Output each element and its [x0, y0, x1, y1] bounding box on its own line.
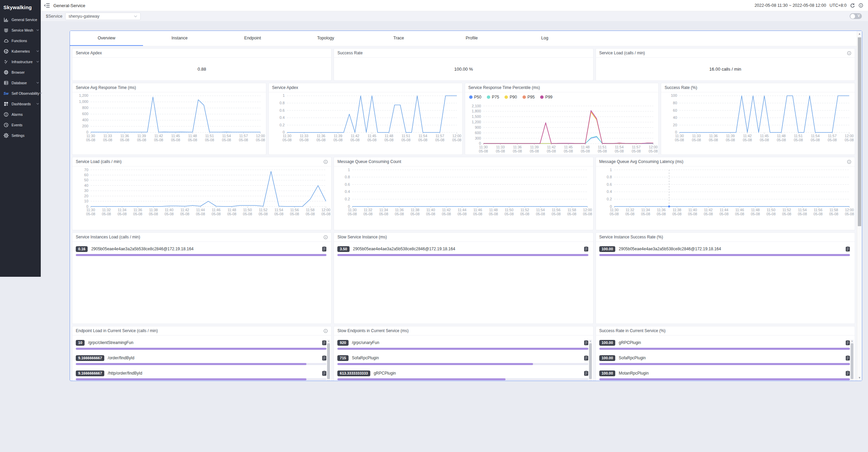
scroll-up-arrow[interactable]: ▲ [857, 32, 862, 35]
sidebar-item-service-mesh[interactable]: Service Mesh [0, 25, 41, 35]
list-item[interactable]: 100.00SofaRpcPlugin [599, 354, 850, 365]
legend-item-p75[interactable]: P75 [487, 95, 499, 100]
copy-icon[interactable] [322, 340, 326, 345]
list-item[interactable]: 9.1666666667/http/order/findById [76, 369, 326, 380]
copy-icon[interactable] [584, 370, 588, 376]
copy-icon[interactable] [846, 340, 850, 345]
copy-icon[interactable] [322, 370, 326, 376]
sidebar-item-self-observability[interactable]: SwSelf Observability [0, 88, 41, 98]
scrollbar-thumb[interactable] [589, 343, 592, 379]
list-item[interactable]: 3.502905b05eae4e4ae3a2a5b538ce8c2846@172… [337, 245, 588, 256]
tab-endpoint[interactable]: Endpoint [216, 31, 289, 46]
list-item[interactable]: 100.002905b05eae4e4ae3a2a5b538ce8c2846@1… [599, 245, 850, 256]
endpoint-load-current-service-list: 10/grpc/clientStreamingFun9.1666666667/o… [72, 336, 331, 380]
list-item[interactable]: 0.162905b05eae4e4ae3a2a5b538ce8c2846@172… [76, 245, 326, 256]
list-item[interactable]: 9.1666666667/order/findById [76, 354, 326, 365]
sidebar-item-settings[interactable]: Settings [0, 130, 41, 141]
scrollbar-thumb[interactable] [858, 37, 861, 226]
card-header: Success Rate (%) [661, 83, 855, 92]
sidebar-item-events[interactable]: Events [0, 120, 41, 130]
card-title: Service Apdex [76, 51, 102, 55]
list-item[interactable]: 613.3333333333gRPCPlugin [337, 369, 588, 380]
sidebar-item-infrastructure[interactable]: Infrastructure [0, 56, 41, 67]
legend-item-p90[interactable]: P90 [504, 95, 517, 100]
svg-text:05-08: 05-08 [171, 138, 180, 142]
info-icon[interactable] [847, 51, 851, 55]
sidebar-item-database[interactable]: Database [0, 77, 41, 88]
info-icon[interactable] [858, 3, 863, 8]
card-body: 02040608010011:3005-0811:3305-0811:3605-… [661, 92, 855, 155]
sidebar-item-kubernetes[interactable]: Kubernetes [0, 46, 41, 56]
scroll-up-arrow[interactable]: ▲ [589, 340, 592, 342]
panel-scrollbar[interactable]: ▲ ▼ [857, 31, 862, 381]
refresh-icon[interactable] [850, 3, 855, 8]
tab-topology[interactable]: Topology [289, 31, 362, 46]
tab-instance[interactable]: Instance [143, 31, 216, 46]
sidebar-item-dashboards[interactable]: Dashboards [0, 98, 41, 109]
service-select[interactable]: shenyu-gateway [65, 13, 141, 20]
info-icon[interactable] [323, 329, 328, 333]
copy-icon[interactable] [846, 355, 850, 361]
service-response-time-percentile[interactable]: 03006009001,2001,5001,8002,10011:3005-08… [465, 103, 659, 155]
info-icon[interactable] [847, 160, 851, 164]
info-icon[interactable] [323, 235, 328, 239]
info-icon[interactable] [323, 160, 328, 164]
list-item[interactable]: 100.00MotanRpcPlugin [599, 369, 850, 380]
tab-log[interactable]: Log [508, 31, 581, 46]
edit-toggle[interactable]: V [850, 13, 862, 19]
copy-icon[interactable] [584, 340, 588, 345]
copy-icon[interactable] [584, 355, 588, 361]
svg-text:11:45: 11:45 [760, 134, 769, 138]
scroll-up-arrow[interactable]: ▲ [327, 340, 330, 342]
copy-icon[interactable] [846, 370, 850, 376]
service-load-chart[interactable]: 01020304050607011:3005-0811:3205-0811:34… [72, 166, 331, 217]
copy-icon[interactable] [846, 246, 850, 252]
svg-text:300: 300 [475, 136, 481, 140]
copy-icon[interactable] [322, 246, 326, 252]
service-apdex-chart[interactable]: 00.20.40.60.8111:3005-0811:3305-0811:360… [269, 92, 462, 143]
sidebar-collapse-icon[interactable] [44, 3, 50, 8]
copy-icon[interactable] [322, 355, 326, 361]
scroll-down-arrow[interactable]: ▼ [857, 376, 862, 379]
legend-item-p99[interactable]: P99 [540, 95, 552, 100]
svg-text:05-08: 05-08 [811, 138, 820, 142]
list-scrollbar[interactable]: ▲▼ [850, 340, 854, 381]
mq-consuming-count[interactable]: 00.20.40.60.8111:3005-0811:3205-0811:340… [334, 166, 593, 217]
svg-text:11:57: 11:57 [436, 134, 444, 138]
sidebar-item-label: Self Observability [12, 91, 39, 95]
list-item[interactable]: 715SofaRpcPlugin [337, 354, 588, 365]
legend-item-p50[interactable]: P50 [469, 95, 481, 100]
scrollbar-thumb[interactable] [851, 343, 853, 379]
list-item[interactable]: 920/grpc/unaryFun [337, 339, 588, 350]
timezone[interactable]: UTC+8:0 [830, 3, 847, 8]
sidebar-item-general-service[interactable]: General Service [0, 14, 41, 25]
value-bar [599, 254, 850, 256]
tab-overview[interactable]: Overview [70, 31, 143, 46]
svg-text:11:36: 11:36 [395, 208, 404, 212]
sidebar-item-functions[interactable]: Functions [0, 35, 41, 46]
sidebar-item-alarms[interactable]: Alarms [0, 109, 41, 120]
sidebar-item-label: Dashboards [12, 102, 36, 106]
sidebar-item-browser[interactable]: Browser [0, 67, 41, 77]
list-item[interactable]: 100.00gRPCPlugin [599, 339, 850, 350]
success-rate-chart[interactable]: 02040608010011:3005-0811:3305-0811:3605-… [661, 92, 855, 143]
mq-avg-consuming-latency[interactable]: 00.20.40.60.8111:3005-0811:3205-0811:340… [596, 166, 855, 217]
value-bar-track [599, 348, 850, 350]
time-range[interactable]: 2022-05-08 11:30 ~ 2022-05-08 12:00 [755, 3, 826, 8]
list-scrollbar[interactable]: ▲▼ [327, 340, 330, 381]
tab-profile[interactable]: Profile [435, 31, 508, 46]
svg-text:0.4: 0.4 [279, 115, 284, 120]
tab-trace[interactable]: Trace [362, 31, 435, 46]
copy-icon[interactable] [584, 246, 588, 252]
list-scrollbar[interactable]: ▲▼ [589, 340, 592, 381]
service-response-time-percentile-card: Service Response Time Percentile (ms)P50… [465, 83, 659, 155]
legend-dot [487, 95, 490, 99]
service-avg-response-time[interactable]: 02004006008001,0001,20011:3005-0811:3305… [72, 92, 266, 143]
card-body: 0.88 [72, 58, 331, 80]
svg-text:11:34: 11:34 [641, 208, 650, 212]
list-item[interactable]: 10/grpc/clientStreamingFun [76, 339, 326, 350]
scrollbar-thumb[interactable] [327, 343, 330, 379]
legend-item-p95[interactable]: P95 [522, 95, 535, 100]
scroll-up-arrow[interactable]: ▲ [850, 340, 854, 342]
svg-text:1,800: 1,800 [472, 109, 481, 113]
